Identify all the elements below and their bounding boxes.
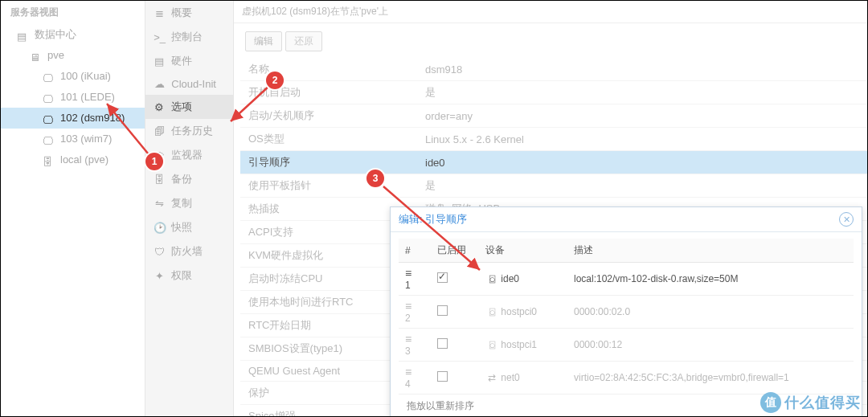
tab-权限[interactable]: ✦权限 [145, 264, 233, 288]
col-device: 设备 [479, 239, 567, 263]
tab-label: 任务历史 [171, 124, 213, 138]
drag-handle-icon[interactable] [405, 300, 416, 313]
device-desc: 0000:00:02.0 [567, 296, 854, 329]
boot-index: 2 [405, 313, 411, 324]
vm-100[interactable]: 🖵100 (iKuai) [1, 66, 145, 87]
svg-line-0 [107, 104, 152, 158]
drag-handle-icon[interactable] [405, 366, 416, 378]
node-pve[interactable]: 🖥 pve [1, 45, 145, 66]
watermark-icon: 值 [760, 392, 781, 413]
tab-icon: ☁ [154, 78, 165, 90]
node-label: pve [47, 47, 64, 63]
option-value: 是 [417, 81, 867, 104]
option-row[interactable]: OS类型Linux 5.x - 2.6 Kernel [240, 128, 867, 151]
vm-icon: 🖵 [43, 112, 55, 124]
option-row[interactable]: 引导顺序ide0 [240, 151, 867, 174]
option-key: OS类型 [240, 128, 417, 151]
tab-label: Cloud-Init [171, 78, 216, 90]
tab-复制[interactable]: ⇋复制 [145, 191, 233, 215]
boot-row[interactable]: 2⌼ hostpci00000:00:02.0 [399, 296, 854, 329]
tab-快照[interactable]: 🕑快照 [145, 215, 233, 239]
annotation-2: 2 [266, 72, 284, 89]
tab-label: 概要 [171, 6, 192, 20]
options-toolbar: 编辑 还原 [234, 23, 867, 58]
tab-控制台[interactable]: >_控制台 [145, 25, 233, 49]
tab-label: 硬件 [171, 54, 192, 68]
edit-button[interactable]: 编辑 [245, 31, 282, 51]
option-row[interactable]: 名称dsm918 [240, 58, 867, 81]
tab-icon: 🛡 [154, 246, 165, 258]
col-desc: 描述 [567, 239, 854, 263]
tab-icon: ✦ [154, 270, 165, 282]
tab-icon: 🗄 [154, 174, 165, 186]
tab-硬件[interactable]: ▤硬件 [145, 49, 233, 73]
boot-row[interactable]: 3⌼ hostpci10000:00:12 [399, 329, 854, 362]
device-icon: ⌼ [485, 339, 498, 350]
device-name: hostpci1 [501, 339, 537, 350]
device-name: hostpci0 [501, 306, 537, 317]
tab-icon: ⇋ [154, 198, 165, 210]
watermark-text: 什么值得买 [784, 393, 861, 412]
option-key: 引导顺序 [240, 151, 417, 174]
boot-index: 3 [405, 345, 411, 357]
device-name: ide0 [501, 273, 519, 284]
drag-handle-icon[interactable] [405, 333, 416, 345]
watermark: 值 什么值得买 [754, 390, 867, 415]
tab-防火墙[interactable]: 🛡防火墙 [145, 239, 233, 264]
storage-icon: 🗄 [43, 154, 55, 166]
option-row[interactable]: 启动/关机顺序order=any [240, 104, 867, 128]
datacenter-label: 数据中心 [35, 27, 76, 43]
tab-label: 监视器 [171, 148, 203, 162]
close-icon[interactable]: ✕ [839, 212, 854, 227]
device-icon: ⇄ [485, 372, 498, 383]
revert-button[interactable]: 还原 [285, 31, 322, 51]
tab-icon: >_ [154, 31, 165, 43]
vm-icon: 🖵 [43, 92, 55, 103]
enable-checkbox[interactable] [437, 371, 448, 382]
enable-checkbox[interactable] [437, 305, 448, 316]
tab-备份[interactable]: 🗄备份 [145, 167, 233, 191]
enable-checkbox[interactable] [437, 338, 448, 349]
tab-label: 选项 [171, 100, 192, 114]
tab-icon: ≣ [154, 7, 165, 19]
device-desc: local:102/vm-102-disk-0.raw,size=50M [567, 263, 854, 296]
option-value: Linux 5.x - 2.6 Kernel [417, 128, 867, 151]
tab-label: 控制台 [171, 30, 203, 44]
option-value: ide0 [417, 151, 867, 174]
tab-label: 防火墙 [171, 244, 203, 259]
node-datacenter[interactable]: ▤ 数据中心 [1, 24, 145, 45]
tab-icon: ▤ [154, 55, 165, 67]
option-value: dsm918 [417, 58, 867, 81]
svg-line-2 [383, 186, 480, 270]
vm-label: 100 (iKuai) [60, 68, 111, 84]
tab-label: 备份 [171, 172, 192, 186]
breadcrumb: 虚拟机102 (dsm918)在节点'pve'上 [234, 1, 867, 23]
annotation-3: 3 [366, 170, 384, 187]
boot-index: 1 [405, 280, 411, 291]
boot-row[interactable]: 4⇄ net0virtio=02:8A:42:5C:FC:3A,bridge=v… [399, 362, 854, 395]
device-desc: 0000:00:12 [567, 329, 854, 362]
boot-index: 4 [405, 378, 411, 390]
vm-icon: 🖵 [43, 71, 55, 82]
server-icon: 🖥 [30, 50, 43, 61]
device-desc: virtio=02:8A:42:5C:FC:3A,bridge=vmbr0,fi… [567, 362, 854, 395]
vm-subnav: ≣概要>_控制台▤硬件☁Cloud-Init⚙选项🗐任务历史👁监视器🗄备份⇋复制… [145, 1, 234, 416]
server-tree: 服务器视图 ▤ 数据中心 🖥 pve 🖵100 (iKuai)🖵101 (LED… [1, 1, 145, 416]
tab-label: 复制 [171, 196, 192, 211]
tab-icon: 🕑 [154, 222, 165, 234]
tab-label: 快照 [171, 220, 192, 235]
datacenter-icon: ▤ [17, 29, 30, 40]
option-value: order=any [417, 104, 867, 128]
tree-header: 服务器视图 [1, 2, 145, 24]
option-row[interactable]: 使用平板指针是 [240, 174, 867, 198]
device-icon: ⌼ [485, 306, 498, 317]
svg-line-1 [231, 85, 270, 121]
tab-Cloud-Init[interactable]: ☁Cloud-Init [145, 73, 233, 95]
device-name: net0 [501, 372, 519, 383]
tab-概要[interactable]: ≣概要 [145, 1, 233, 25]
vm-icon: 🖵 [43, 133, 55, 145]
tab-label: 权限 [171, 268, 192, 283]
annotation-1: 1 [145, 153, 163, 170]
option-row[interactable]: 开机自启动是 [240, 81, 867, 104]
